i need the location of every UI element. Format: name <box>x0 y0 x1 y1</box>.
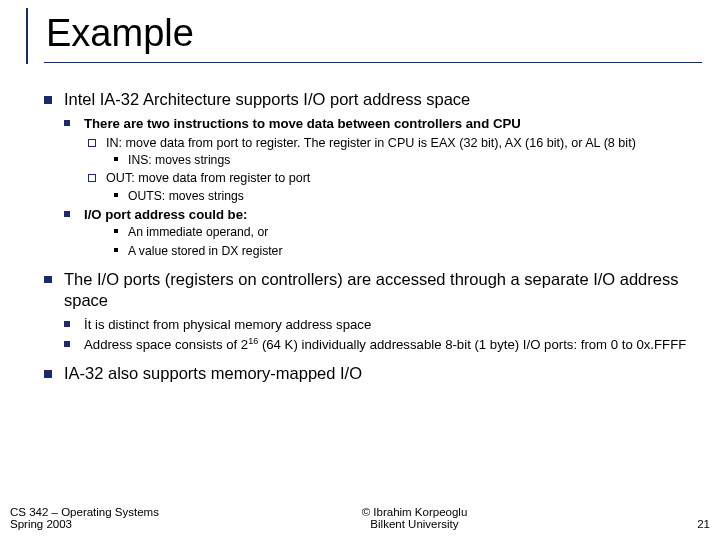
bullet-list-level4: An immediate operand, or A value stored … <box>106 224 696 258</box>
bullet-list-level2: There are two instructions to move data … <box>64 115 696 258</box>
bullet-list-level4: INS: moves strings <box>106 152 696 168</box>
superscript: 16 <box>248 336 258 346</box>
footer-left: CS 342 – Operating Systems Spring 2003 <box>10 506 159 530</box>
title-block: Example <box>26 8 710 64</box>
bullet-item: İt is distinct from physical memory addr… <box>64 316 696 333</box>
bullet-text: OUT: move data from register to port <box>106 171 310 185</box>
bullet-item: I/O port address could be: An immediate … <box>64 206 696 259</box>
footer: CS 342 – Operating Systems Spring 2003 ©… <box>10 506 710 530</box>
bullet-text: IA-32 also supports memory-mapped I/O <box>64 364 362 382</box>
copyright: © Ibrahim Korpeoglu <box>159 506 670 518</box>
bullet-item: IN: move data from port to register. The… <box>84 135 696 169</box>
bullet-list-level4: OUTS: moves strings <box>106 188 696 204</box>
bullet-item: INS: moves strings <box>106 152 696 168</box>
bullet-item: Address space consists of 216 (64 K) ind… <box>64 336 696 354</box>
bullet-item: OUTS: moves strings <box>106 188 696 204</box>
bullet-item: There are two instructions to move data … <box>64 115 696 204</box>
bullet-text: An immediate operand, or <box>128 225 268 239</box>
bullet-item: An immediate operand, or <box>106 224 696 240</box>
footer-right: 21 <box>670 518 710 530</box>
bullet-text: İt is distinct from physical memory addr… <box>84 317 371 332</box>
bullet-item: A value stored in DX register <box>106 243 696 259</box>
slide: Example Intel IA-32 Architecture support… <box>0 0 720 540</box>
bullet-text: Address space consists of 2 <box>84 337 248 352</box>
content-area: Intel IA-32 Architecture supports I/O po… <box>44 89 696 385</box>
bullet-text: IN: move data from port to register. The… <box>106 136 636 150</box>
bullet-text: (64 K) individually addressable 8-bit (1… <box>258 337 686 352</box>
term: Spring 2003 <box>10 518 159 530</box>
bullet-text: I/O port address could be: <box>84 207 247 222</box>
bullet-item: The I/O ports (registers on controllers)… <box>44 269 696 354</box>
course-code: CS 342 – Operating Systems <box>10 506 159 518</box>
title-underline <box>44 62 702 64</box>
page-number: 21 <box>697 518 710 530</box>
bullet-text: There are two instructions to move data … <box>84 116 521 131</box>
bullet-text: OUTS: moves strings <box>128 189 244 203</box>
slide-title: Example <box>46 8 710 64</box>
bullet-text: Intel IA-32 Architecture supports I/O po… <box>64 90 470 108</box>
bullet-item: OUT: move data from register to port OUT… <box>84 170 696 204</box>
bullet-text: A value stored in DX register <box>128 244 282 258</box>
bullet-list-level2: İt is distinct from physical memory addr… <box>64 316 696 353</box>
institution: Bilkent University <box>159 518 670 530</box>
bullet-list-level1: Intel IA-32 Architecture supports I/O po… <box>44 89 696 385</box>
footer-center: © Ibrahim Korpeoglu Bilkent University <box>159 506 670 530</box>
bullet-item: Intel IA-32 Architecture supports I/O po… <box>44 89 696 258</box>
bullet-text: INS: moves strings <box>128 153 230 167</box>
bullet-list-level3: IN: move data from port to register. The… <box>84 135 696 204</box>
bullet-text: The I/O ports (registers on controllers)… <box>64 270 678 310</box>
bullet-item: IA-32 also supports memory-mapped I/O <box>44 363 696 385</box>
